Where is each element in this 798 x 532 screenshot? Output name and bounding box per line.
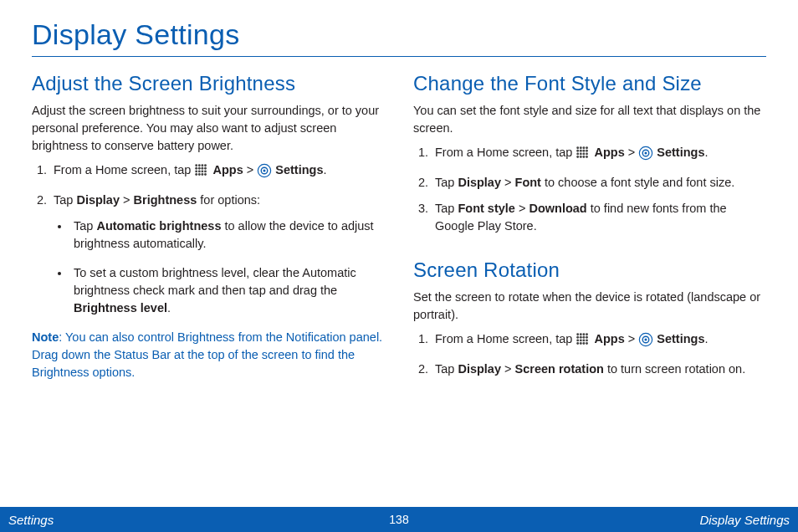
step-2: Tap Display > Font to choose a font styl… xyxy=(432,174,766,192)
right-column: Change the Font Style and Size You can s… xyxy=(413,72,766,405)
download-label: Download xyxy=(529,202,586,215)
font-label: Font xyxy=(515,176,541,189)
bullet-auto: Tap Automatic brightness to allow the de… xyxy=(70,217,385,253)
bullets-brightness: Tap Automatic brightness to allow the de… xyxy=(32,217,385,317)
section-rotation: Screen Rotation Set the screen to rotate… xyxy=(413,258,766,378)
heading-brightness: Adjust the Screen Brightness xyxy=(32,72,385,95)
auto-brightness-label: Automatic brightness xyxy=(96,219,221,233)
two-column-layout: Adjust the Screen Brightness Adjust the … xyxy=(32,72,766,405)
text: . xyxy=(704,146,708,159)
intro-rotation: Set the screen to rotate when the device… xyxy=(413,289,766,324)
settings-label: Settings xyxy=(657,146,704,159)
separator: > xyxy=(247,163,258,176)
text: From a Home screen, tap xyxy=(435,146,575,159)
note-brightness: Note: You can also control Brightness fr… xyxy=(32,329,385,381)
heading-rotation: Screen Rotation xyxy=(413,258,766,282)
apps-label: Apps xyxy=(212,163,243,176)
text: From a Home screen, tap xyxy=(435,332,575,345)
fontstyle-label: Font style xyxy=(458,202,514,215)
step-2: Tap Display > Brightness for options: xyxy=(50,192,385,209)
footer-page-number: 138 xyxy=(389,513,408,526)
settings-label: Settings xyxy=(275,163,323,176)
intro-font: You can set the font style and size for … xyxy=(413,102,766,137)
apps-label: Apps xyxy=(594,332,624,345)
note-label: Note xyxy=(32,330,59,344)
footer-left: Settings xyxy=(8,513,54,527)
text: Tap xyxy=(435,176,458,189)
separator: > xyxy=(501,362,515,376)
text: Tap xyxy=(435,362,458,376)
page-title: Display Settings xyxy=(32,18,766,57)
text: Tap xyxy=(74,219,96,233)
intro-brightness: Adjust the screen brightness to suit you… xyxy=(32,102,385,155)
settings-label: Settings xyxy=(657,332,704,345)
section-brightness: Adjust the Screen Brightness Adjust the … xyxy=(32,72,385,381)
footer-right: Display Settings xyxy=(699,513,790,527)
text: to turn screen rotation on. xyxy=(604,362,745,376)
text: Tap xyxy=(435,202,458,215)
text: . xyxy=(167,301,171,315)
text: From a Home screen, tap xyxy=(54,163,194,176)
note-body: : You can also control Brightness from t… xyxy=(32,330,382,379)
settings-icon xyxy=(257,163,272,183)
text: to choose a font style and font size. xyxy=(541,176,734,189)
text: To set a custom brightness level, clear … xyxy=(74,266,356,297)
apps-icon xyxy=(194,163,209,183)
separator: > xyxy=(515,202,529,215)
settings-icon xyxy=(638,332,653,352)
separator: > xyxy=(628,146,639,159)
separator: > xyxy=(501,176,515,189)
step-1: From a Home screen, tap Apps > Settings. xyxy=(432,144,766,166)
text: Tap xyxy=(54,193,76,207)
step-1: From a Home screen, tap Apps > Settings. xyxy=(50,161,385,183)
separator: > xyxy=(120,193,134,207)
steps-rotation: From a Home screen, tap Apps > Settings.… xyxy=(413,330,766,378)
brightness-level-label: Brightness level xyxy=(74,301,167,315)
text: . xyxy=(704,332,708,345)
rotation-label: Screen rotation xyxy=(515,362,604,376)
display-label: Display xyxy=(76,193,120,207)
heading-font: Change the Font Style and Size xyxy=(413,72,766,95)
apps-icon xyxy=(575,146,591,166)
apps-icon xyxy=(575,332,591,352)
separator: > xyxy=(628,332,639,345)
step-3: Tap Font style > Download to find new fo… xyxy=(432,200,766,235)
left-column: Adjust the Screen Brightness Adjust the … xyxy=(32,72,385,405)
text: . xyxy=(323,163,326,176)
apps-label: Apps xyxy=(594,146,624,159)
steps-brightness: From a Home screen, tap Apps > Settings.… xyxy=(32,161,385,209)
step-1: From a Home screen, tap Apps > Settings. xyxy=(432,330,766,352)
settings-icon xyxy=(638,146,653,166)
footer-bar: Settings 138 Display Settings xyxy=(0,507,798,532)
bullet-custom: To set a custom brightness level, clear … xyxy=(70,264,385,317)
text: for options: xyxy=(197,193,260,207)
display-label: Display xyxy=(458,176,501,189)
steps-font: From a Home screen, tap Apps > Settings.… xyxy=(413,144,766,235)
display-label: Display xyxy=(458,362,501,376)
section-font: Change the Font Style and Size You can s… xyxy=(413,72,766,235)
step-2: Tap Display > Screen rotation to turn sc… xyxy=(432,361,766,378)
brightness-label: Brightness xyxy=(134,193,197,207)
